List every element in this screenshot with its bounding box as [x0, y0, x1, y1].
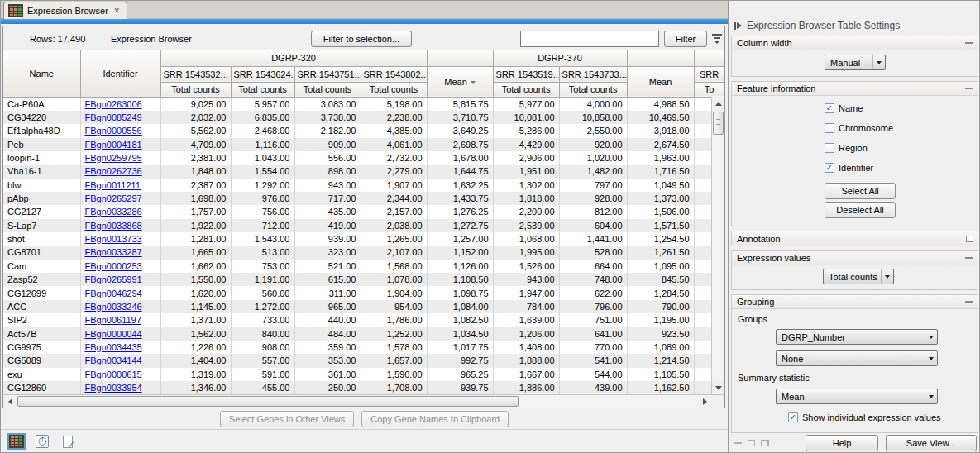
column-header-sample[interactable]: SRR 1543802...	[361, 66, 427, 82]
section-header-feature-information[interactable]: Feature information	[732, 82, 978, 96]
identifier-link[interactable]: FBgn0000253	[85, 261, 142, 271]
deselect-all-button[interactable]: Deselect All	[825, 202, 896, 218]
show-individual-values-checkbox[interactable]: ✓ Show individual expression values	[788, 412, 978, 422]
table-row[interactable]: loopin-1FBgn02597952,381.001,043.00556.0…	[3, 151, 724, 165]
identifier-link[interactable]: FBgn0033287	[85, 247, 142, 257]
scroll-up-icon[interactable]	[712, 97, 724, 110]
table-row[interactable]: CG2127FBgn00332861,757.00756.00435.002,1…	[3, 205, 724, 218]
table-row[interactable]: ACCFBgn00332461,145.001,272.00965.00954.…	[3, 300, 724, 313]
collapse-section-icon[interactable]	[965, 88, 973, 89]
filter-to-selection-button[interactable]: Filter to selection...	[311, 31, 412, 47]
select-all-button[interactable]: Select All	[825, 183, 896, 199]
minimize-palette-icon[interactable]	[734, 442, 742, 444]
group-1-select[interactable]: DGRP_Number	[776, 329, 938, 345]
table-row[interactable]: Vha16-1FBgn02627361,848.001,554.00898.00…	[3, 165, 724, 178]
identifier-link[interactable]: FBgn0046294	[85, 288, 142, 298]
identifier-link[interactable]: FBgn0000556	[85, 126, 142, 136]
expression-values-select[interactable]: Total counts	[823, 269, 894, 284]
table-view-icon[interactable]	[7, 433, 26, 450]
table-row[interactable]: CG9975FBgn00344351,226.00908.00359.001,5…	[3, 341, 724, 354]
table-row[interactable]: CG12860FBgn00339541,346.00455.00250.001,…	[3, 381, 724, 394]
identifier-link[interactable]: FBgn0011211	[85, 180, 141, 190]
collapse-panel-icon[interactable]	[734, 22, 742, 30]
table-row[interactable]: exuFBgn00006151,319.00591.00361.001,590.…	[3, 368, 724, 381]
identifier-link[interactable]: FBgn0004181	[85, 140, 142, 150]
table-row[interactable]: blwFBgn00112112,387.001,292.00943.001,90…	[3, 179, 724, 192]
identifier-link[interactable]: FBgn0000044	[85, 329, 142, 339]
table-row[interactable]: Ef1alpha48DFBgn00005565,562.002,468.002,…	[3, 124, 724, 137]
identifier-link[interactable]: FBgn0034144	[85, 355, 142, 365]
column-header-name[interactable]: Name	[3, 50, 80, 97]
identifier-link[interactable]: FBgn0033954	[85, 383, 142, 393]
help-button[interactable]: Help	[806, 435, 878, 451]
horizontal-scrollbar[interactable]	[3, 394, 711, 408]
column-header-sample[interactable]: SRR 1543751...	[294, 66, 361, 82]
table-row[interactable]: Act57BFBgn00000441,562.00840.00484.001,2…	[3, 327, 724, 341]
table-row[interactable]: CG34220FBgn00852492,032.006,835.003,738.…	[3, 111, 724, 124]
table-row[interactable]: CamFBgn00002531,662.00753.00521.001,568.…	[3, 260, 724, 273]
table-row[interactable]: S-Lap7FBgn00338681,922.00712.00419.002,0…	[3, 219, 724, 232]
collapse-section-icon[interactable]	[965, 257, 973, 259]
scroll-right-icon[interactable]	[698, 395, 711, 408]
identifier-link[interactable]: FBgn0263006	[85, 99, 142, 109]
column-header-mean[interactable]: Mean	[627, 66, 694, 97]
scroll-down-icon[interactable]	[712, 381, 724, 394]
table-row[interactable]: PebFBgn00041814,709.001,116.00909.004,06…	[3, 138, 724, 151]
advanced-filter-icon[interactable]	[711, 34, 723, 44]
column-header-mean-sorted[interactable]: Mean	[427, 66, 493, 97]
table-row[interactable]: pAbpFBgn02652971,698.00976.00717.002,344…	[3, 192, 724, 205]
identifier-link[interactable]: FBgn0034435	[85, 342, 142, 352]
column-header-sample[interactable]: SRR 1543532...	[160, 66, 231, 82]
section-header-expression-values[interactable]: Expression values	[732, 251, 978, 265]
table-row[interactable]: CG12699FBgn00462941,620.00560.00311.001,…	[3, 286, 724, 299]
identifier-link[interactable]: FBgn0259795	[85, 153, 142, 163]
scroll-left-icon[interactable]	[3, 395, 17, 408]
identifier-link[interactable]: FBgn0061197	[85, 315, 141, 325]
section-header-grouping[interactable]: Grouping	[732, 295, 978, 309]
identifier-link[interactable]: FBgn0085249	[85, 112, 142, 122]
copy-gene-names-button[interactable]: Copy Gene Names to Clipboard	[361, 411, 509, 427]
identifier-link[interactable]: FBgn0033286	[85, 207, 142, 217]
table-row[interactable]: shotFBgn00137331,281.001,543.00939.001,2…	[3, 232, 724, 246]
table-row[interactable]: CG8701FBgn00332871,665.00513.00323.002,1…	[3, 246, 724, 259]
checkbox-chromosome[interactable]: Chromosome	[825, 122, 978, 133]
collapse-section-icon[interactable]	[965, 301, 973, 303]
checkbox-region[interactable]: Region	[825, 142, 978, 153]
collapse-section-icon[interactable]	[965, 42, 973, 44]
table-row[interactable]: CG5089FBgn00341441,404.00557.00353.001,6…	[3, 354, 724, 367]
identifier-link[interactable]: FBgn0000615	[85, 370, 142, 379]
dock-palette-icon[interactable]	[761, 440, 769, 446]
group-2-select[interactable]: None	[776, 350, 938, 366]
table-row[interactable]: Zasp52FBgn02659911,550.001,191.00615.001…	[3, 273, 724, 286]
column-header-sample[interactable]: SRR 1543519...	[493, 66, 559, 82]
column-header-sample[interactable]: SRR 1543733...	[559, 66, 627, 82]
element-info-view-icon[interactable]	[59, 433, 77, 450]
identifier-link[interactable]: FBgn0013733	[85, 234, 142, 244]
save-view-button[interactable]: Save View...	[886, 435, 977, 451]
identifier-link[interactable]: FBgn0033868	[85, 221, 142, 231]
float-palette-icon[interactable]	[748, 440, 755, 446]
table-row[interactable]: SIP2FBgn00611971,371.00733.00440.001,786…	[3, 313, 724, 327]
vertical-scrollbar[interactable]	[711, 97, 724, 394]
section-header-annotation[interactable]: Annotation	[732, 231, 978, 246]
tab-close-icon[interactable]: ×	[114, 7, 120, 15]
column-header-identifier[interactable]: Identifier	[80, 50, 160, 97]
identifier-link[interactable]: FBgn0265991	[85, 274, 142, 284]
column-header-sample[interactable]: SRR 1543624...	[231, 66, 294, 82]
summary-statistic-select[interactable]: Mean	[776, 389, 938, 404]
column-header-clipped[interactable]: SRR	[694, 66, 724, 82]
checkbox-identifier[interactable]: ✓Identifier	[825, 162, 978, 173]
identifier-link[interactable]: FBgn0262736	[85, 166, 142, 176]
select-genes-other-views-button[interactable]: Select Genes in Other Views	[220, 411, 354, 427]
expand-section-icon[interactable]	[966, 236, 973, 242]
filter-input[interactable]	[520, 31, 659, 47]
table-row[interactable]: Ca-P60AFBgn02630069,025.005,957.003,083.…	[3, 97, 724, 111]
vertical-scroll-thumb[interactable]	[713, 112, 724, 135]
horizontal-scroll-thumb[interactable]	[17, 396, 519, 407]
tab-expression-browser[interactable]: Expression Browser ×	[3, 2, 127, 19]
section-header-column-width[interactable]: Column width	[732, 36, 978, 50]
column-width-select[interactable]: Manual	[825, 55, 886, 70]
history-view-icon[interactable]: ◷	[33, 433, 51, 450]
filter-button[interactable]: Filter	[664, 31, 707, 47]
identifier-link[interactable]: FBgn0265297	[85, 193, 142, 203]
